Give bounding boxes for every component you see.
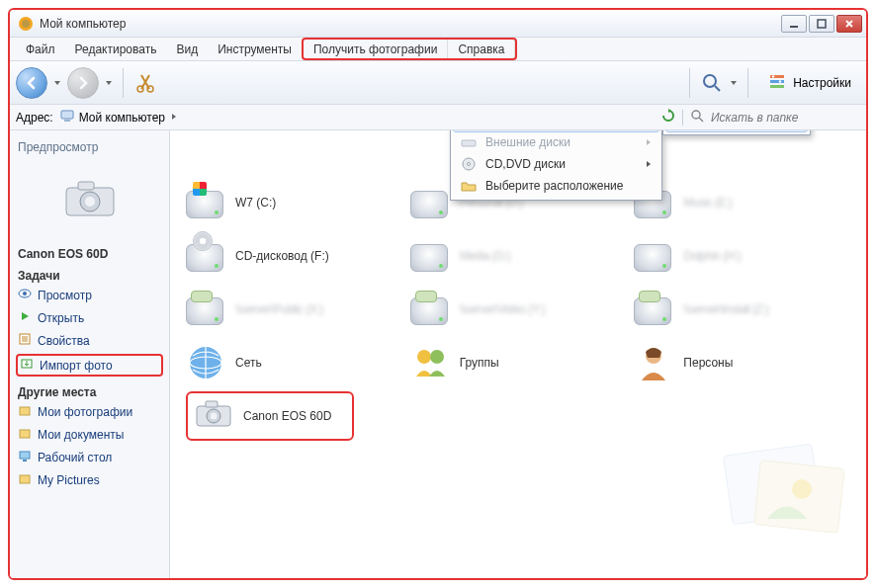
netdrive-blur-1[interactable]: \\server\Public (X:) <box>186 285 402 334</box>
menu-tools[interactable]: Инструменты <box>208 38 302 60</box>
network[interactable]: Сеть <box>186 338 402 387</box>
preview-thumbnail <box>18 158 161 237</box>
submenu-cddvd[interactable]: CD,DVD диски <box>454 153 658 175</box>
submenu-device-canon[interactable]: Canon EOS 60D <box>665 130 808 132</box>
device-name: Canon EOS 60D <box>18 247 161 261</box>
content-area: Портативные устройства Внешние диски CD,… <box>170 130 866 578</box>
forward-history-dropdown[interactable] <box>105 75 113 91</box>
svg-point-10 <box>772 75 774 77</box>
folder-docs-icon <box>18 426 32 443</box>
cd-icon <box>460 156 478 172</box>
drive-blur-4[interactable]: Dolphin (H:) <box>634 231 850 281</box>
people-icon <box>410 343 450 382</box>
svg-point-18 <box>85 197 95 207</box>
drive-blur-2[interactable]: Music (E:) <box>634 178 850 227</box>
toolbar: Настройки <box>10 61 866 105</box>
import-icon <box>20 357 34 374</box>
globe-icon <box>186 343 225 382</box>
netdrive-blur-2[interactable]: \\server\Video (Y:) <box>410 285 627 334</box>
desktop-icon <box>18 449 32 465</box>
magnifier-dropdown[interactable] <box>730 75 738 91</box>
svg-rect-3 <box>818 20 826 28</box>
window-title: Мой компьютер <box>40 17 779 31</box>
svg-rect-8 <box>770 80 784 83</box>
place-my-docs[interactable]: Мои документы <box>18 424 161 445</box>
minimize-button[interactable] <box>781 15 807 33</box>
place-my-pictures[interactable]: My Pictures <box>18 469 161 490</box>
breadcrumb[interactable]: Мой компьютер <box>79 111 165 125</box>
camera-icon <box>194 396 233 430</box>
person-icon <box>634 343 673 382</box>
menu-file[interactable]: Файл <box>16 38 65 60</box>
preview-heading: Предпросмотр <box>18 140 161 154</box>
svg-rect-2 <box>790 26 798 28</box>
address-bar: Адрес: Мой компьютер <box>10 105 866 130</box>
chevron-right-icon[interactable] <box>169 111 179 125</box>
menu-edit[interactable]: Редактировать <box>65 38 167 60</box>
folder-icon <box>18 471 32 488</box>
svg-rect-12 <box>61 111 73 119</box>
forward-button[interactable] <box>67 67 99 99</box>
menu-get-photos[interactable]: Получить фотографии <box>304 40 448 58</box>
titlebar: Мой компьютер <box>10 10 866 38</box>
task-properties[interactable]: Свойства <box>18 330 161 351</box>
close-button[interactable] <box>836 15 862 33</box>
eye-icon <box>18 287 32 303</box>
svg-rect-13 <box>64 120 70 122</box>
svg-point-37 <box>417 350 431 364</box>
tasks-heading: Задачи <box>18 269 161 283</box>
task-open[interactable]: Открыть <box>18 307 161 328</box>
svg-point-32 <box>468 163 471 166</box>
app-icon <box>18 16 34 32</box>
maximize-button[interactable] <box>809 15 834 33</box>
svg-rect-27 <box>20 475 30 483</box>
play-icon <box>18 309 32 326</box>
place-desktop[interactable]: Рабочий стол <box>18 447 161 467</box>
groups[interactable]: Группы <box>410 338 627 387</box>
task-import-photo[interactable]: Импорт фото <box>16 354 163 377</box>
address-label: Адрес: <box>16 111 53 125</box>
drive-blur-3[interactable]: Media (G:) <box>410 231 627 281</box>
svg-rect-9 <box>770 85 784 88</box>
folder-open-icon <box>460 178 478 194</box>
svg-point-20 <box>23 292 27 295</box>
drive-cd[interactable]: CD-дисковод (F:) <box>186 231 402 281</box>
svg-rect-16 <box>78 182 94 190</box>
search-input[interactable] <box>711 111 860 125</box>
submenu-choose-location[interactable]: Выберите расположение <box>454 175 658 197</box>
window-frame: Мой компьютер Файл Редактировать Вид Инс… <box>8 8 868 580</box>
svg-rect-24 <box>20 430 30 438</box>
settings-button[interactable]: Настройки <box>758 66 860 99</box>
netdrive-blur-3[interactable]: \\server\Install (Z:) <box>634 285 850 334</box>
magnifier-icon[interactable] <box>700 71 724 95</box>
back-history-dropdown[interactable] <box>53 75 61 91</box>
chevron-right-icon <box>645 135 653 149</box>
drive-icon <box>460 134 478 150</box>
svg-rect-23 <box>20 407 30 415</box>
device-canon[interactable]: Canon EOS 60D <box>186 391 354 441</box>
svg-point-11 <box>779 80 781 82</box>
refresh-icon[interactable] <box>660 108 676 126</box>
svg-point-38 <box>430 350 444 364</box>
cut-icon[interactable] <box>133 71 157 95</box>
place-my-photos[interactable]: Мои фотографии <box>18 401 161 422</box>
task-view[interactable]: Просмотр <box>18 285 161 305</box>
menu-view[interactable]: Вид <box>166 38 208 60</box>
svg-point-46 <box>792 479 812 499</box>
drive-c[interactable]: W7 (C:) <box>186 178 402 227</box>
search-folder-icon <box>689 108 705 126</box>
menu-help[interactable]: Справка <box>448 40 515 58</box>
svg-point-1 <box>22 20 30 28</box>
menubar: Файл Редактировать Вид Инструменты Получ… <box>10 38 866 61</box>
body: Предпросмотр Canon EOS 60D Задачи Просмо… <box>10 130 866 578</box>
sidebar: Предпросмотр Canon EOS 60D Задачи Просмо… <box>10 130 170 578</box>
device-submenu: Canon EOS 60D <box>662 130 811 135</box>
persons[interactable]: Персоны <box>634 338 850 387</box>
svg-rect-30 <box>462 140 476 146</box>
settings-label: Настройки <box>793 76 851 90</box>
svg-point-14 <box>692 111 700 119</box>
places-heading: Другие места <box>18 385 161 399</box>
folder-photo-icon <box>18 403 32 420</box>
back-button[interactable] <box>16 67 47 99</box>
settings-icon <box>767 71 787 94</box>
